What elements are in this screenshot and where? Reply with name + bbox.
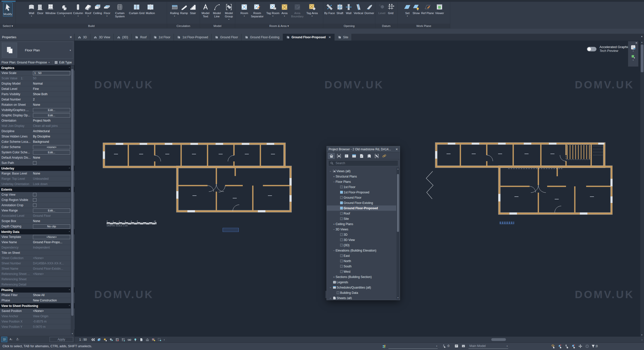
design-options-dialog-button[interactable]: [461, 344, 466, 348]
ribbon-button-ref-plane[interactable]: Ref Plane: [421, 3, 434, 16]
ribbon-button-column[interactable]: Column▾: [73, 3, 84, 18]
scrollbar-thumb[interactable]: [491, 338, 506, 341]
vcb-worksharing-display-button[interactable]: [151, 337, 156, 342]
scroll-up-icon[interactable]: ▴: [396, 167, 399, 170]
tree-item-ceiling-plans[interactable]: +Ceiling Plans: [327, 221, 396, 227]
collapse-section-icon[interactable]: ^: [69, 231, 70, 233]
property-button[interactable]: Edit...: [33, 208, 70, 213]
browser-tool-home[interactable]: [328, 153, 335, 159]
property-value[interactable]: <None>: [32, 309, 70, 313]
instance-selector[interactable]: Floor Plan: Ground Floor-Propose: [2, 61, 47, 64]
ribbon-button-vertical[interactable]: Vertical: [353, 3, 364, 16]
collapse-section-icon[interactable]: ^: [69, 305, 70, 307]
ribbon-button-curtain-grid[interactable]: Curtain Grid: [128, 3, 145, 16]
collapse-view-control-bar-icon[interactable]: ‹: [164, 338, 165, 341]
view-tab-ground-floor-existing[interactable]: Ground Floor-Existing: [242, 34, 283, 41]
collapse-icon[interactable]: −: [329, 170, 332, 173]
ribbon-button-mullion[interactable]: Mullion: [145, 3, 155, 16]
tree-item-east[interactable]: East: [327, 253, 396, 258]
property-value[interactable]: None: [32, 156, 70, 159]
browser-tool-views[interactable]: [336, 153, 342, 159]
property-value[interactable]: Project North: [32, 119, 70, 122]
tree-item-elevations-building-elevation[interactable]: −Elevations (Building Elevation): [327, 248, 396, 253]
property-value[interactable]: 50: [32, 77, 70, 80]
property-value[interactable]: Ground Floor-Propo...: [32, 240, 70, 244]
vcb-shadows-button[interactable]: [109, 337, 113, 342]
ribbon-button-shaft[interactable]: Shaft: [336, 3, 344, 16]
property-checkbox[interactable]: [33, 161, 36, 165]
view-scale-button[interactable]: 1 : 50: [77, 338, 89, 341]
ribbon-button-roof[interactable]: Roof▾: [84, 3, 92, 18]
vcb-temporary-hide-button[interactable]: [133, 337, 138, 342]
vcb-crop-region-button[interactable]: [121, 337, 126, 342]
ribbon-button-dormer[interactable]: Dormer: [364, 3, 375, 16]
property-value[interactable]: Clean all wall joins: [32, 124, 70, 128]
tree-item-sections-building-section[interactable]: +Sections (Building Section): [327, 274, 396, 279]
collapse-icon[interactable]: −: [332, 249, 336, 252]
expand-icon[interactable]: +: [332, 175, 336, 178]
properties-close-icon[interactable]: ✕: [69, 35, 72, 39]
tree-item-1st-floor[interactable]: 1st Floor: [327, 184, 396, 190]
property-checkbox[interactable]: [33, 193, 36, 196]
selection-filter-button[interactable]: [591, 344, 595, 348]
ribbon-button-set[interactable]: Set▾: [403, 3, 412, 18]
scrollbar-thumb[interactable]: [71, 69, 73, 316]
tree-item-1st-floor-proposed[interactable]: 1st Floor-Proposed: [327, 190, 396, 195]
search-input[interactable]: [335, 161, 396, 165]
property-value[interactable]: <None>: [32, 256, 70, 260]
property-button[interactable]: <none>: [33, 145, 70, 149]
modify-ribbon-tab-indicator[interactable]: [2, 0, 16, 2]
view-tab-3d[interactable]: {3D}: [114, 34, 132, 41]
type-selector[interactable]: Floor Plan ▾: [1, 42, 73, 59]
scrollbar-thumb[interactable]: [397, 174, 399, 232]
ribbon-panel-label[interactable]: Select ▾: [0, 24, 16, 28]
zoom-menu-icon[interactable]: ▾: [628, 59, 638, 61]
apply-button[interactable]: Apply: [50, 337, 73, 342]
tree-item-north[interactable]: North: [327, 258, 396, 264]
property-button[interactable]: Edit...: [33, 108, 70, 112]
property-value[interactable]: -0.6575 m: [32, 320, 70, 323]
property-value[interactable]: DA145BA-XXX-XX-X...: [32, 262, 70, 265]
tree-item-3d-views[interactable]: −3D Views: [327, 227, 396, 232]
vcb-visual-style-button[interactable]: [97, 337, 101, 342]
floor-plan-right[interactable]: [425, 141, 613, 218]
view-tab-ground-floor[interactable]: Ground Floor: [212, 34, 242, 41]
zoom-button[interactable]: [630, 54, 636, 59]
ribbon-button-stair[interactable]: Stair: [189, 3, 197, 16]
collapse-section-icon[interactable]: ^: [69, 289, 70, 291]
tree-item-roof[interactable]: Roof: [327, 211, 396, 216]
select-elements-by-face-toggle[interactable]: [571, 344, 576, 348]
scrollbar-thumb[interactable]: [641, 45, 643, 72]
tree-item-ground-floor-existing[interactable]: Ground Floor-Existing: [327, 200, 396, 205]
view-tab-site[interactable]: Site: [335, 34, 352, 41]
instance-caret-icon[interactable]: ▾: [49, 61, 50, 64]
ribbon-button-room[interactable]: Room▾: [240, 3, 249, 18]
tree-item-3d[interactable]: {3D}: [327, 242, 396, 248]
property-button[interactable]: <None>: [33, 235, 70, 239]
property-value[interactable]: Ground Floor: [32, 214, 70, 218]
property-value[interactable]: None: [32, 103, 70, 107]
ribbon-button-show[interactable]: Show: [412, 3, 420, 16]
property-value[interactable]: Look down: [32, 182, 70, 186]
drag-elements-on-selection-toggle[interactable]: [578, 344, 583, 348]
property-button[interactable]: Edit...: [33, 150, 70, 155]
view-tab-roof[interactable]: Roof: [132, 34, 150, 41]
tree-item-ground-floor[interactable]: Ground Floor: [327, 195, 396, 200]
property-value[interactable]: None: [32, 172, 70, 175]
view-tab-1st-floor[interactable]: 1st Floor: [150, 34, 174, 41]
tree-item-3d[interactable]: 3D: [327, 232, 396, 237]
property-value[interactable]: 0.0670 m: [32, 325, 70, 329]
property-value[interactable]: Show All: [32, 293, 70, 297]
property-value[interactable]: New Construction: [32, 299, 70, 302]
property-value[interactable]: Normal: [32, 82, 70, 85]
design-option-dropdown[interactable]: Main Model ▾: [468, 344, 508, 349]
scroll-right-icon[interactable]: ›: [640, 338, 644, 341]
ribbon-button-wall[interactable]: Wall: [344, 3, 353, 16]
vcb-crop-view-button[interactable]: [115, 337, 119, 342]
worksets-dialog-button[interactable]: [454, 344, 459, 348]
ribbon-button-window[interactable]: Window: [45, 3, 56, 16]
browser-tool-legend[interactable]: [343, 153, 350, 159]
scroll-up-icon[interactable]: ▴: [640, 41, 643, 44]
tree-item-legends[interactable]: Legends: [327, 279, 396, 285]
vcb-temporary-view-button[interactable]: [157, 337, 162, 342]
